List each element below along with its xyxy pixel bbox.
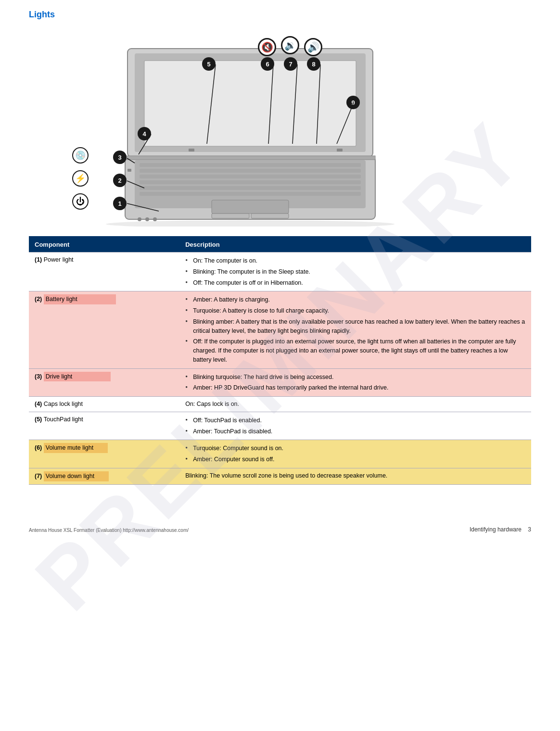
component-cell: (1) Power light bbox=[29, 252, 179, 291]
comp-name: TouchPad light bbox=[44, 416, 83, 423]
badge-1: 1 bbox=[113, 197, 127, 210]
svg-point-18 bbox=[138, 217, 141, 221]
footer-right-text: Identifying hardware 3 bbox=[470, 526, 531, 533]
list-item: On: The computer is on. bbox=[185, 255, 525, 266]
description-cell: Amber: A battery is charging.Turquoise: … bbox=[179, 291, 531, 368]
svg-rect-3 bbox=[140, 163, 361, 167]
svg-rect-11 bbox=[251, 214, 289, 218]
list-item: Off: TouchPad is enabled. bbox=[185, 415, 525, 426]
power-icon: ⏻ bbox=[72, 193, 89, 210]
description-cell: On: Caps lock is on. bbox=[179, 397, 531, 412]
bullet-list: Off: TouchPad is enabled.Amber: TouchPad… bbox=[185, 415, 525, 437]
col-component: Component bbox=[29, 237, 179, 252]
component-cell: (5) TouchPad light bbox=[29, 412, 179, 440]
drive-icon: 💿 bbox=[72, 147, 89, 164]
description-cell: Blinking: The volume scroll zone is bein… bbox=[179, 468, 531, 484]
svg-rect-14 bbox=[144, 61, 356, 146]
bullet-list: Amber: A battery is charging.Turquoise: … bbox=[185, 294, 525, 365]
comp-name: Battery light bbox=[44, 294, 116, 304]
comp-num: (7) bbox=[35, 473, 44, 479]
description-cell: Turquoise: Computer sound is on.Amber: C… bbox=[179, 440, 531, 468]
badge-6: 6 bbox=[261, 57, 274, 71]
list-item: Turquoise: A battery is close to full ch… bbox=[185, 305, 525, 316]
badge-7: 7 bbox=[284, 57, 297, 71]
component-cell: (6) Volume mute light bbox=[29, 440, 179, 468]
badge-8: 8 bbox=[307, 57, 320, 71]
table-row: (7) Volume down lightBlinking: The volum… bbox=[29, 468, 531, 484]
table-row: (6) Volume mute lightTurquoise: Computer… bbox=[29, 440, 531, 468]
comp-num: (1) bbox=[35, 256, 44, 263]
list-item: Amber: A battery is charging. bbox=[185, 294, 525, 305]
svg-rect-10 bbox=[212, 214, 249, 218]
comp-name: Drive light bbox=[44, 372, 111, 382]
svg-rect-5 bbox=[140, 175, 361, 178]
list-item: Off: The computer is off or in Hibernati… bbox=[185, 277, 525, 289]
description-cell: Off: TouchPad is enabled.Amber: TouchPad… bbox=[179, 412, 531, 440]
badge-5: 5 bbox=[202, 57, 216, 71]
list-item: Blinking amber: A battery that is the on… bbox=[185, 316, 525, 337]
badge-8-icon: 🔊 bbox=[304, 38, 322, 56]
list-item: Off: If the computer is plugged into an … bbox=[185, 336, 525, 365]
page-title: Lights bbox=[29, 10, 531, 20]
badge-6-icon: 🔇 bbox=[258, 38, 276, 56]
badge-4: 4 bbox=[138, 127, 151, 140]
comp-name: Volume down light bbox=[44, 471, 109, 481]
svg-rect-4 bbox=[140, 169, 361, 173]
svg-rect-7 bbox=[140, 186, 361, 190]
bullet-list: Blinking turquoise: The hard drive is be… bbox=[185, 372, 525, 394]
list-item: Amber: Computer sound is off. bbox=[185, 454, 525, 465]
badge-9: 9 bbox=[346, 96, 360, 109]
comp-name: Caps lock light bbox=[44, 401, 83, 407]
table-row: (3) Drive lightBlinking turquoise: The h… bbox=[29, 368, 531, 397]
footer-left-text: Antenna House XSL Formatter (Evaluation)… bbox=[29, 528, 189, 533]
component-cell: (2) Battery light bbox=[29, 291, 179, 368]
badge-3: 3 bbox=[113, 151, 127, 164]
svg-rect-21 bbox=[127, 169, 131, 172]
list-item: Blinking: The computer is in the Sleep s… bbox=[185, 266, 525, 277]
component-table: Component Description (1) Power lightOn:… bbox=[29, 237, 531, 485]
comp-num: (6) bbox=[35, 444, 44, 451]
table-header: Component Description bbox=[29, 237, 531, 252]
table-row: (5) TouchPad lightOff: TouchPad is enabl… bbox=[29, 412, 531, 440]
svg-rect-17 bbox=[337, 149, 343, 151]
component-cell: (7) Volume down light bbox=[29, 468, 179, 484]
description-cell: Blinking turquoise: The hard drive is be… bbox=[179, 368, 531, 397]
badge-7-icon: 🔉 bbox=[281, 36, 299, 54]
comp-name: Power light bbox=[44, 256, 74, 263]
comp-num: (3) bbox=[35, 373, 44, 380]
svg-rect-15 bbox=[125, 156, 375, 160]
list-item: Amber: HP 3D DriveGuard has temporarily … bbox=[185, 382, 525, 393]
description-cell: On: The computer is on.Blinking: The com… bbox=[179, 252, 531, 291]
comp-num: (2) bbox=[35, 296, 44, 302]
badge-2: 2 bbox=[113, 174, 127, 187]
component-cell: (4) Caps lock light bbox=[29, 397, 179, 412]
svg-rect-6 bbox=[140, 180, 361, 184]
svg-rect-16 bbox=[189, 149, 194, 151]
list-item: Turquoise: Computer sound is on. bbox=[185, 443, 525, 454]
col-description: Description bbox=[179, 237, 531, 252]
svg-rect-9 bbox=[212, 200, 289, 214]
table-row: (1) Power lightOn: The computer is on.Bl… bbox=[29, 252, 531, 291]
bullet-list: On: The computer is on.Blinking: The com… bbox=[185, 255, 525, 288]
comp-num: (4) bbox=[35, 401, 44, 407]
list-item: Blinking turquoise: The hard drive is be… bbox=[185, 372, 525, 383]
svg-point-0 bbox=[106, 220, 395, 227]
bullet-list: Turquoise: Computer sound is on.Amber: C… bbox=[185, 443, 525, 465]
list-item: Amber: TouchPad is disabled. bbox=[185, 426, 525, 437]
diagram-area: 1 2 3 4 5 🔇 6 🔉 7 🔊 8 9 💿 ⚡ ⏻ bbox=[29, 25, 531, 231]
svg-point-19 bbox=[145, 217, 149, 221]
svg-rect-8 bbox=[140, 192, 361, 196]
comp-num: (5) bbox=[35, 416, 44, 423]
comp-name: Volume mute light bbox=[44, 443, 108, 453]
svg-point-20 bbox=[153, 217, 157, 221]
footer: Antenna House XSL Formatter (Evaluation)… bbox=[0, 526, 560, 533]
component-cell: (3) Drive light bbox=[29, 368, 179, 397]
table-row: (2) Battery lightAmber: A battery is cha… bbox=[29, 291, 531, 368]
table-row: (4) Caps lock lightOn: Caps lock is on. bbox=[29, 397, 531, 412]
wireless-icon: ⚡ bbox=[72, 170, 89, 187]
